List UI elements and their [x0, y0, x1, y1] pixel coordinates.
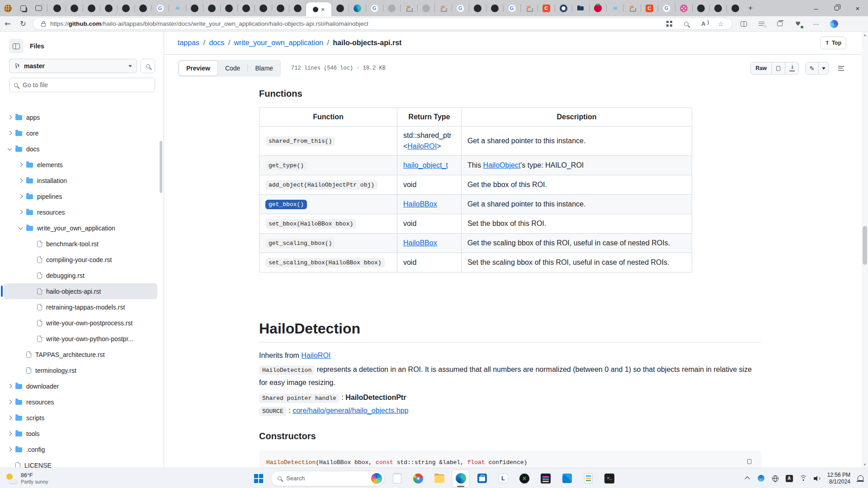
tree-item[interactable]: TAPPAS_architecture.rst — [4, 347, 157, 362]
chevron-right-icon[interactable] — [8, 115, 12, 120]
notifications-button[interactable] — [856, 474, 864, 483]
browser-tab[interactable] — [83, 0, 100, 16]
browser-tab[interactable] — [186, 0, 203, 16]
tree-item[interactable]: scripts — [4, 410, 157, 426]
browser-tab[interactable] — [272, 0, 289, 16]
chevron-right-icon[interactable] — [8, 416, 12, 420]
chevron-right-icon[interactable] — [8, 384, 12, 389]
sidebar-scrollbar[interactable] — [160, 141, 162, 193]
start-button[interactable] — [250, 469, 268, 488]
tree-item[interactable]: pipelines — [4, 188, 157, 204]
symbols-panel-button[interactable] — [834, 62, 848, 75]
store-button[interactable] — [473, 469, 491, 488]
notes-app-button[interactable] — [579, 469, 597, 488]
close-button[interactable]: × — [847, 0, 868, 16]
split-screen-icon[interactable] — [740, 20, 748, 28]
text-link[interactable]: core/hailo/general/hailo_objects.hpp — [292, 407, 408, 414]
browser-tab[interactable] — [117, 0, 134, 16]
text-link[interactable]: HailoBBox — [403, 239, 437, 247]
ime-icon[interactable]: A — [785, 474, 793, 483]
browser-tab[interactable] — [255, 0, 272, 16]
browser-tab[interactable] — [100, 0, 117, 16]
browser-tab[interactable] — [434, 0, 452, 16]
tree-item[interactable]: resources — [4, 204, 157, 220]
l-app-button[interactable]: L — [494, 469, 512, 488]
breadcrumb-link[interactable]: write_your_own_application — [234, 39, 323, 47]
copy-code-button[interactable] — [743, 455, 755, 468]
hidden-icons-button[interactable] — [743, 474, 751, 483]
settings-more-icon[interactable]: ⋯ — [812, 20, 820, 28]
copilot-icon[interactable] — [830, 20, 838, 28]
tree-item[interactable]: downloader — [4, 378, 157, 394]
scroll-up-arrow[interactable]: ▲ — [862, 32, 868, 38]
browser-tab[interactable] — [417, 0, 434, 16]
apps-install-icon[interactable] — [665, 20, 673, 28]
browser-tab[interactable] — [48, 0, 66, 16]
browser-tab-active[interactable]: × — [306, 2, 331, 16]
browser-tab[interactable] — [134, 0, 151, 16]
tree-item[interactable]: resources — [4, 394, 157, 410]
browser-tab[interactable] — [349, 0, 366, 16]
clock[interactable]: 12:56 PM 8/1/2024 — [827, 472, 850, 485]
browser-tab[interactable]: AI — [606, 0, 623, 16]
back-to-top-button[interactable]: ↑ Top — [820, 37, 846, 49]
browser-tab[interactable]: G — [503, 0, 520, 16]
browser-tab[interactable] — [220, 0, 237, 16]
chevron-right-icon[interactable] — [8, 400, 12, 404]
browser-tab[interactable] — [331, 0, 349, 16]
tab-code[interactable]: Code — [218, 61, 247, 76]
chevron-right-icon[interactable] — [8, 447, 12, 452]
favorite-star-icon[interactable]: ☆ — [717, 20, 725, 28]
browser-tab[interactable]: G — [151, 0, 169, 16]
tree-item[interactable]: installation — [4, 173, 157, 188]
branch-selector[interactable]: master — [9, 59, 137, 73]
breadcrumb-link[interactable]: tappas — [178, 39, 199, 47]
tree-item[interactable]: elements — [4, 157, 157, 173]
browser-tab[interactable] — [623, 0, 641, 16]
text-link[interactable]: HailoBBox — [403, 200, 437, 208]
new-tab-button[interactable]: + — [744, 0, 757, 16]
tree-item[interactable]: .config — [4, 441, 157, 457]
network-globe-icon[interactable] — [771, 474, 779, 483]
vertical-tabs-button[interactable] — [15, 0, 31, 16]
tree-item[interactable]: retraining-tappas-models.rst — [4, 299, 157, 315]
chevron-down-icon[interactable] — [19, 225, 23, 230]
browser-tab[interactable] — [383, 0, 400, 16]
breadcrumb-link[interactable]: docs — [209, 39, 224, 47]
wifi-icon[interactable] — [799, 474, 807, 483]
scroll-down-arrow[interactable]: ▼ — [862, 461, 868, 468]
browser-tab[interactable] — [469, 0, 486, 16]
vscode-button[interactable] — [558, 469, 576, 488]
browser-tab[interactable] — [486, 0, 503, 16]
browser-tab[interactable] — [589, 0, 606, 16]
browser-tab[interactable]: G — [366, 0, 383, 16]
collections-icon[interactable] — [776, 20, 784, 28]
tree-item[interactable]: apps — [4, 109, 157, 125]
edge-button[interactable] — [452, 469, 470, 488]
back-button[interactable]: ← — [0, 19, 15, 28]
text-link[interactable]: HailoObject — [483, 161, 521, 169]
edit-button[interactable]: ✎ — [805, 62, 819, 75]
tree-item[interactable]: hailo-objects-api.rst — [4, 283, 157, 299]
address-bar[interactable]: https://github.com/hailo-ai/tappas/blob/… — [33, 18, 732, 30]
tree-item[interactable]: core — [4, 125, 157, 141]
browser-tab[interactable] — [709, 0, 726, 16]
browser-tab[interactable] — [572, 0, 589, 16]
refresh-button[interactable]: ↻ — [15, 19, 31, 28]
browser-tab[interactable]: C — [538, 0, 555, 16]
edit-dropdown-button[interactable] — [819, 62, 829, 75]
text-link[interactable]: HailoROI — [407, 142, 437, 150]
browser-tab[interactable] — [675, 0, 692, 16]
tab-blame[interactable]: Blame — [248, 61, 280, 76]
page-scrollbar[interactable]: ▲ ▼ — [862, 32, 868, 468]
terminal-button[interactable]: >_ — [600, 469, 618, 488]
tab-close-icon[interactable]: × — [321, 6, 325, 13]
restore-button[interactable] — [826, 0, 847, 16]
browser-tab[interactable]: G — [452, 0, 469, 16]
notepad-button[interactable] — [388, 469, 406, 488]
chevron-right-icon[interactable] — [19, 194, 23, 199]
tree-item[interactable]: terminology.rst — [4, 362, 157, 378]
browser-tab[interactable] — [692, 0, 709, 16]
download-button[interactable] — [785, 62, 799, 75]
text-link[interactable]: HailoROI — [301, 352, 330, 359]
